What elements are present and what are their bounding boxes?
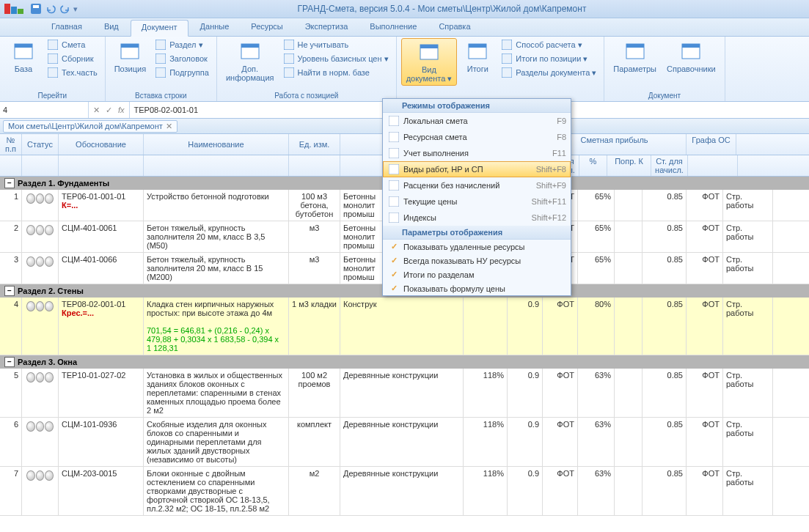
ribbon-button[interactable]: База xyxy=(4,38,43,75)
table-row[interactable]: 5ТЕР10-01-027-02Установка в жилых и обще… xyxy=(0,369,809,418)
column-subheader[interactable]: Ст. для начисл. xyxy=(651,155,688,176)
section-header[interactable]: −Раздел 3. Окна xyxy=(0,355,809,369)
ribbon: БазаСметаСборникТех.частьПерейтиПозицияР… xyxy=(0,37,809,102)
table-cell: комплект xyxy=(289,418,340,466)
table-cell: 0.85 xyxy=(643,221,687,252)
table-cell xyxy=(22,467,59,515)
table-cell: 0.85 xyxy=(643,298,687,355)
ribbon-small-button[interactable]: Заголовок xyxy=(152,52,212,65)
tab-ресурсы[interactable]: Ресурсы xyxy=(241,20,293,36)
menu-heading: Режимы отображения xyxy=(383,99,571,113)
table-cell: Конструк xyxy=(340,298,464,355)
menu-item[interactable]: Текущие ценыShift+F11 xyxy=(383,193,571,210)
ribbon-group-label: Вставка строки xyxy=(110,90,212,100)
svg-rect-6 xyxy=(15,44,32,48)
qat-save-icon[interactable] xyxy=(29,2,43,15)
svg-rect-8 xyxy=(48,53,58,64)
ribbon-small-button[interactable]: Уровень базисных цен ▾ xyxy=(280,52,392,65)
menu-checkbox-item[interactable]: ✓Показывать удаленные ресурсы xyxy=(383,240,571,254)
column-header[interactable]: Наименование xyxy=(144,134,289,155)
svg-rect-2 xyxy=(18,9,23,14)
tab-документ[interactable]: Документ xyxy=(131,20,188,37)
ribbon-small-button[interactable]: Раздел ▾ xyxy=(152,38,212,51)
column-header[interactable]: Ед. изм. xyxy=(289,134,340,155)
menu-checkbox-item[interactable]: ✓Итоги по разделам xyxy=(383,267,571,281)
table-cell: Стр. работы xyxy=(723,190,773,221)
table-cell: 3 xyxy=(0,253,22,284)
ribbon-button[interactable]: Позиция xyxy=(110,38,151,75)
menu-item[interactable]: Ресурсная сметаF8 xyxy=(383,129,571,145)
document-tab[interactable]: Мои сметы\Центр\Жилой дом\Капремонт✕ xyxy=(3,120,177,133)
tab-экспертиза[interactable]: Экспертиза xyxy=(295,20,359,36)
ribbon-small-button[interactable]: Смета xyxy=(44,38,100,51)
table-cell xyxy=(615,298,643,355)
table-cell: 100 м2проемов xyxy=(289,369,340,417)
formula-controls[interactable]: ✕✓fx xyxy=(89,102,130,118)
column-subheader[interactable]: % xyxy=(579,155,607,176)
column-header[interactable]: Статус xyxy=(22,134,59,155)
table-cell: СЦМ-203-0015 xyxy=(59,467,144,515)
column-header[interactable]: Графа ОС xyxy=(687,134,736,155)
menu-item[interactable]: Расценки без начисленийShift+F9 xyxy=(383,177,571,193)
tab-справка[interactable]: Справка xyxy=(428,20,480,36)
check-icon: ✓ xyxy=(387,270,400,279)
column-header[interactable]: Обоснование xyxy=(59,134,144,155)
cell-reference[interactable]: 4 xyxy=(0,102,89,118)
close-icon[interactable]: ✕ xyxy=(166,122,172,131)
collapse-icon[interactable]: − xyxy=(4,178,15,188)
menu-item[interactable]: ИндексыShift+F12 xyxy=(383,210,571,226)
table-cell: 1 xyxy=(0,190,22,221)
table-row[interactable]: 6СЦМ-101-0936Скобяные изделия для оконны… xyxy=(0,418,809,467)
table-cell: 0.85 xyxy=(643,369,687,417)
table-cell xyxy=(615,467,643,515)
table-cell xyxy=(615,190,643,221)
table-cell: Бетон тяжелый, крупность заполнителя 20 … xyxy=(144,221,289,252)
table-cell: Установка в жилых и общественных зданиях… xyxy=(144,369,289,417)
table-cell: 118% xyxy=(464,467,508,515)
column-subheader[interactable]: Попр. К xyxy=(607,155,651,176)
column-header[interactable]: № п.п xyxy=(0,134,22,155)
menu-item[interactable]: Локальная сметаF9 xyxy=(383,113,571,129)
table-cell: ФОТ xyxy=(543,369,578,417)
tab-выполнение[interactable]: Выполнение xyxy=(359,20,427,36)
table-row[interactable]: 4ТЕР08-02-001-01Крес.=...Кладка стен кир… xyxy=(0,298,809,355)
ribbon-small-button[interactable]: Подгруппа xyxy=(152,66,212,79)
ribbon-small-button[interactable]: Найти в норм. базе xyxy=(280,66,392,79)
ribbon-small-button[interactable]: Не учитывать xyxy=(280,38,392,51)
table-cell: Деревянные конструкции xyxy=(340,418,464,466)
app-icon[interactable] xyxy=(3,2,26,15)
ribbon-small-button[interactable]: Разделы документа ▾ xyxy=(498,66,599,79)
status-dots xyxy=(25,192,55,205)
ribbon-small-button[interactable]: Сборник xyxy=(44,52,100,65)
table-cell: Устройство бетонной подготовки xyxy=(144,190,289,221)
qat-undo-icon[interactable] xyxy=(44,2,57,15)
tab-главная[interactable]: Главная xyxy=(41,20,92,36)
ribbon-small-button[interactable]: Тех.часть xyxy=(44,66,100,79)
table-cell: ФОТ xyxy=(543,467,578,515)
ribbon-button[interactable]: Справочники xyxy=(662,38,720,75)
table-cell: ТЕР08-02-001-01Крес.=... xyxy=(59,298,144,355)
ribbon-button[interactable]: Виддокумента ▾ xyxy=(401,38,458,86)
ribbon-small-button[interactable]: Способ расчета ▾ xyxy=(498,38,599,51)
table-cell: ФОТ xyxy=(687,369,723,417)
formula-input[interactable]: ТЕР08-02-001-01 xyxy=(130,106,202,114)
ribbon-small-button[interactable]: Итоги по позиции ▾ xyxy=(498,52,599,65)
svg-rect-0 xyxy=(4,4,10,14)
ribbon-button[interactable]: Параметры xyxy=(609,38,661,75)
tab-данные[interactable]: Данные xyxy=(190,20,240,36)
table-cell xyxy=(22,253,59,284)
qat-redo-icon[interactable] xyxy=(59,2,72,15)
ribbon-button[interactable]: Доп.информация xyxy=(222,38,279,84)
menu-checkbox-item[interactable]: ✓Показывать формулу цены xyxy=(383,281,571,295)
svg-rect-24 xyxy=(502,40,512,50)
menu-item[interactable]: Учет выполненияF11 xyxy=(383,145,571,161)
ribbon-button[interactable]: Итоги xyxy=(458,38,497,75)
collapse-icon[interactable]: − xyxy=(4,357,15,367)
tab-вид[interactable]: Вид xyxy=(94,20,129,36)
collapse-icon[interactable]: − xyxy=(4,286,15,296)
menu-item[interactable]: Виды работ, НР и СПShift+F8 xyxy=(383,161,571,177)
menu-checkbox-item[interactable]: ✓Всегда показывать НУ ресурсы xyxy=(383,254,571,267)
status-dots xyxy=(25,469,55,482)
table-row[interactable]: 7СЦМ-203-0015Блоки оконные с двойным ост… xyxy=(0,467,809,516)
table-cell: 118% xyxy=(464,418,508,466)
